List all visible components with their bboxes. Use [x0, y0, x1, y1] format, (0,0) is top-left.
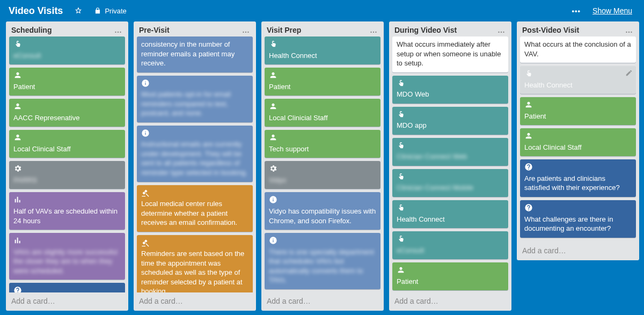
board-title[interactable]: Video Visits — [4, 5, 67, 17]
list-cards: consistency in the number of reminder em… — [134, 36, 256, 292]
card[interactable]: VAVs are slightly more successful the cl… — [9, 233, 125, 280]
card-text: Clinician Connect Mobile — [397, 183, 504, 193]
card[interactable]: Vidyo — [265, 161, 380, 189]
list-menu-icon[interactable]: … — [112, 26, 124, 34]
card[interactable]: Instructional emails are currently under… — [137, 126, 253, 182]
gear-icon — [269, 164, 277, 173]
add-card-button[interactable]: Add a card… — [6, 292, 128, 311]
card-text: What occurs at the conclusion of a VAV. — [524, 40, 632, 58]
card[interactable]: There is one specialty department that s… — [265, 233, 380, 289]
list-menu-icon[interactable]: … — [368, 26, 379, 34]
list-title[interactable]: During Video Vist — [394, 26, 495, 34]
card-text: eConsult — [13, 51, 121, 61]
card[interactable]: Reminders are sent based on the time the… — [137, 235, 253, 292]
card[interactable]: Clinician Connect Mobile — [392, 169, 508, 197]
show-menu-button[interactable]: Show Menu — [588, 3, 636, 18]
bar-icon — [13, 195, 22, 204]
card[interactable]: Patient — [520, 97, 636, 125]
list-menu-icon[interactable]: … — [623, 26, 635, 34]
card[interactable]: AACC Represenative — [9, 99, 125, 127]
list-title[interactable]: Pre-Visit — [139, 26, 240, 34]
list-header[interactable]: During Video Vist… — [389, 21, 511, 36]
star-button[interactable] — [70, 3, 86, 18]
card-text: Local medical center rules determine whe… — [141, 199, 248, 228]
card-text: VAVs are slightly more successful the cl… — [13, 247, 121, 276]
list: Scheduling…eConsultPatientAACC Represena… — [6, 21, 128, 311]
question-icon — [524, 163, 533, 171]
card-text: AACC Represenative — [13, 113, 121, 123]
list-header[interactable]: Scheduling… — [6, 21, 128, 36]
card[interactable]: Patient — [9, 68, 125, 96]
touch-icon — [397, 172, 405, 181]
card-text: Instructional emails are currently under… — [141, 140, 248, 177]
card-text: Patient — [269, 82, 376, 92]
card[interactable]: Vidyo has compatibility issues with Chro… — [265, 192, 380, 230]
lock-icon — [94, 7, 101, 14]
edit-pencil-icon[interactable] — [625, 69, 633, 77]
list-title[interactable]: Scheduling — [11, 26, 112, 34]
list-title[interactable]: Post-Video Visit — [522, 26, 623, 34]
add-card-button[interactable]: Add a card… — [389, 292, 511, 311]
list-header[interactable]: Pre-Visit… — [134, 21, 256, 36]
info-icon — [269, 236, 277, 245]
card[interactable]: Health Connect — [265, 36, 380, 64]
card[interactable]: Health Connect — [520, 66, 636, 94]
card-text: What challenges are there in documenting… — [524, 215, 632, 233]
card[interactable]: MDO Web — [392, 76, 508, 104]
card[interactable]: Are patients and clinicians satisfied wi… — [520, 159, 636, 197]
person-icon — [13, 133, 22, 142]
card[interactable]: eConsult — [9, 36, 125, 64]
card[interactable]: PARRS — [9, 161, 125, 189]
list: Visit Prep…Health ConnectPatientLocal Cl… — [261, 21, 384, 311]
card[interactable]: MDO app — [392, 107, 508, 135]
list-cards: What occurs at the conclusion of a VAV.H… — [517, 36, 639, 242]
list-header[interactable]: Visit Prep… — [261, 21, 384, 36]
list-title[interactable]: Visit Prep — [267, 26, 368, 34]
board-menu-ellipsis-icon[interactable]: ••• — [567, 3, 585, 18]
list-cards: Health ConnectPatientLocal Clinicial Sta… — [261, 36, 384, 292]
card[interactable]: Tech support — [265, 130, 380, 158]
card[interactable]: Patient — [392, 262, 508, 290]
card-text: Reminders are sent based on the time the… — [141, 249, 248, 292]
gavel-icon — [141, 188, 150, 197]
list-menu-icon[interactable]: … — [495, 26, 507, 34]
list-cards: What occurs immediately after setup or w… — [389, 36, 511, 292]
card[interactable]: Local medical center rules determine whe… — [137, 185, 253, 232]
info-icon — [269, 195, 277, 204]
touch-icon — [397, 141, 405, 150]
touch-icon — [269, 40, 277, 48]
question-icon — [13, 286, 22, 292]
card[interactable]: Local Clinical Staff — [9, 130, 125, 158]
card[interactable]: consistency in the number of reminder em… — [137, 36, 253, 72]
privacy-button[interactable]: Private — [90, 3, 130, 18]
person-icon — [269, 102, 277, 111]
gavel-icon — [141, 238, 150, 247]
info-icon — [141, 79, 150, 87]
card[interactable]: Patient — [265, 68, 380, 96]
card-text: Patient — [13, 82, 121, 92]
add-card-button[interactable]: Add a card… — [261, 292, 384, 311]
touch-icon — [397, 235, 405, 243]
star-icon — [75, 7, 82, 14]
list-menu-icon[interactable]: … — [240, 26, 252, 34]
add-card-button[interactable]: Add a card… — [517, 242, 639, 260]
person-icon — [269, 133, 277, 142]
card[interactable]: What occurs immediately after setup or w… — [392, 36, 508, 72]
card[interactable]: Local Clinicial Staff — [265, 99, 380, 127]
gear-icon — [13, 164, 22, 173]
card[interactable]: What occurs at the conclusion of a VAV. — [520, 36, 636, 63]
list-header[interactable]: Post-Video Visit… — [517, 21, 639, 36]
touch-icon — [397, 203, 405, 212]
card[interactable]: Health Connect — [392, 200, 508, 228]
add-card-button[interactable]: Add a card… — [134, 292, 256, 311]
person-icon — [13, 102, 22, 111]
card[interactable]: Half of VAVs are scheduled within 24 hou… — [9, 192, 125, 230]
card[interactable]: eConsult — [392, 231, 508, 259]
card[interactable]: Local Clinical Staff — [520, 128, 636, 156]
list: Post-Video Visit…What occurs at the conc… — [517, 21, 639, 260]
card[interactable]: Clinician Connect Web — [392, 138, 508, 166]
card[interactable]: Most patients opt-in for email reminders… — [137, 76, 253, 122]
card[interactable]: What challenges are there in documenting… — [520, 200, 636, 238]
card-text: Vidyo — [269, 175, 376, 185]
card[interactable]: What is the % distribution of booking me… — [9, 283, 125, 292]
